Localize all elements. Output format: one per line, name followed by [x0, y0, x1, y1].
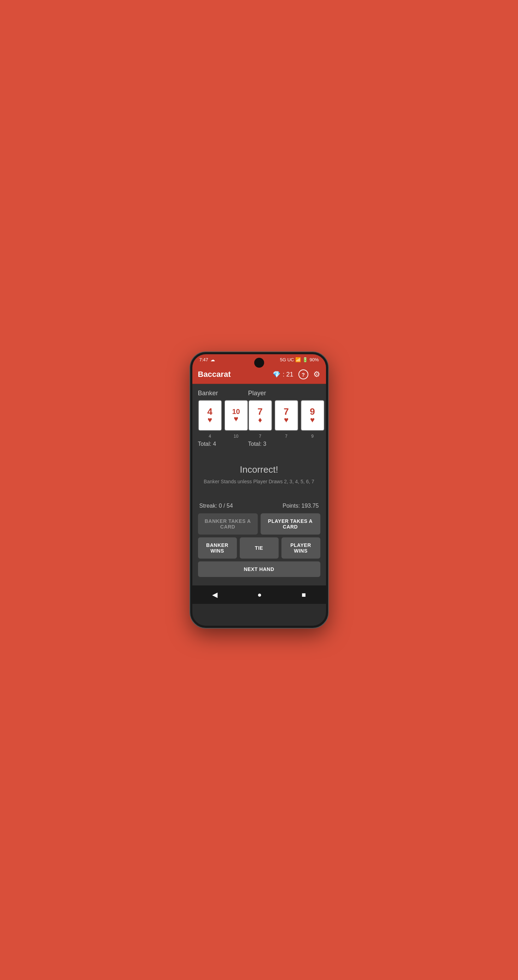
battery-icon: 🔋	[302, 357, 308, 363]
player-card-3-value: 9	[310, 407, 315, 416]
recent-button[interactable]: ■	[301, 591, 306, 599]
phone-frame: 7:47 ☁ 5G UC 📶 🔋 90% Baccarat 💎 : 21 ? ⚙…	[190, 352, 328, 628]
banker-cards: 4 ♥ 10 ♥	[198, 400, 248, 431]
home-button[interactable]: ●	[257, 591, 261, 599]
points-display: Points: 193.75	[282, 503, 319, 509]
app-title: Baccarat	[198, 370, 231, 379]
help-button[interactable]: ?	[298, 369, 308, 379]
app-bar: Baccarat 💎 : 21 ? ⚙	[192, 365, 326, 384]
main-content: Banker 4 ♥ 10 ♥ 4 10 Total: 4	[192, 384, 326, 585]
next-hand-button[interactable]: NEXT HAND	[198, 562, 320, 577]
streak-display: Streak: 0 / 54	[199, 503, 233, 509]
banker-total: Total: 4	[198, 441, 248, 447]
banker-card-2-label: 10	[224, 434, 248, 439]
banker-label: Banker	[198, 390, 248, 397]
player-wins-button[interactable]: PLAYER WINS	[281, 538, 320, 558]
status-right: 5G UC 📶 🔋 90%	[280, 357, 319, 363]
result-area: Incorrect! Banker Stands unless Player D…	[198, 450, 320, 498]
player-card-1: 7 ♦	[248, 400, 272, 431]
player-card-1-suit: ♦	[258, 416, 262, 424]
gem-icon: 💎	[273, 371, 281, 378]
result-title: Incorrect!	[240, 464, 278, 475]
player-label: Player	[248, 390, 325, 397]
banker-card-1: 4 ♥	[198, 400, 222, 431]
banker-card-2-suit: ♥	[234, 415, 238, 423]
outcome-row: BANKER WINS TIE PLAYER WINS	[198, 538, 320, 558]
app-bar-right: 💎 : 21 ? ⚙	[273, 369, 320, 379]
take-card-row: BANKER TAKES A CARD PLAYER TAKES A CARD	[198, 513, 320, 535]
player-card-1-value: 7	[257, 407, 262, 416]
banker-wins-button[interactable]: BANKER WINS	[198, 538, 237, 558]
tie-button[interactable]: TIE	[240, 538, 279, 558]
signal-icon: 📶	[295, 357, 301, 363]
cloud-icon: ☁	[210, 357, 215, 363]
player-card-2-label: 7	[274, 434, 298, 439]
player-total: Total: 3	[248, 441, 325, 447]
status-left: 7:47 ☁	[199, 357, 215, 363]
stats-row: Streak: 0 / 54 Points: 193.75	[198, 498, 320, 513]
player-section: Player 7 ♦ 7 ♥ 9 ♥ 7	[248, 390, 325, 447]
next-hand-row: NEXT HAND	[198, 562, 320, 577]
banker-takes-card-button[interactable]: BANKER TAKES A CARD	[198, 513, 258, 535]
gem-score-value: : 21	[282, 371, 293, 378]
back-button[interactable]: ◀	[212, 590, 217, 599]
player-card-3-suit: ♥	[310, 416, 315, 424]
player-takes-card-button[interactable]: PLAYER TAKES A CARD	[261, 513, 320, 535]
settings-button[interactable]: ⚙	[313, 370, 320, 379]
banker-card-1-label: 4	[198, 434, 222, 439]
banker-card-1-suit: ♥	[207, 416, 212, 424]
camera-notch	[254, 358, 264, 368]
battery-percent: 90%	[309, 357, 319, 363]
hands-row: Banker 4 ♥ 10 ♥ 4 10 Total: 4	[198, 390, 320, 447]
player-card-2-value: 7	[284, 407, 288, 416]
player-card-3-label: 9	[301, 434, 325, 439]
banker-section: Banker 4 ♥ 10 ♥ 4 10 Total: 4	[198, 390, 248, 447]
player-cards: 7 ♦ 7 ♥ 9 ♥	[248, 400, 325, 431]
banker-card-2: 10 ♥	[224, 400, 248, 431]
bottom-nav: ◀ ● ■	[192, 585, 326, 604]
gem-score-display: 💎 : 21	[273, 371, 293, 378]
time-display: 7:47	[199, 357, 208, 363]
player-card-2: 7 ♥	[274, 400, 298, 431]
network-indicator: 5G UC	[280, 357, 294, 363]
banker-card-2-value: 10	[232, 408, 240, 415]
player-card-1-label: 7	[248, 434, 272, 439]
player-card-3: 9 ♥	[301, 400, 325, 431]
result-subtitle: Banker Stands unless Player Draws 2, 3, …	[204, 479, 314, 484]
player-card-2-suit: ♥	[284, 416, 288, 424]
banker-card-1-value: 4	[207, 407, 212, 416]
buttons-area: BANKER TAKES A CARD PLAYER TAKES A CARD …	[198, 513, 320, 580]
